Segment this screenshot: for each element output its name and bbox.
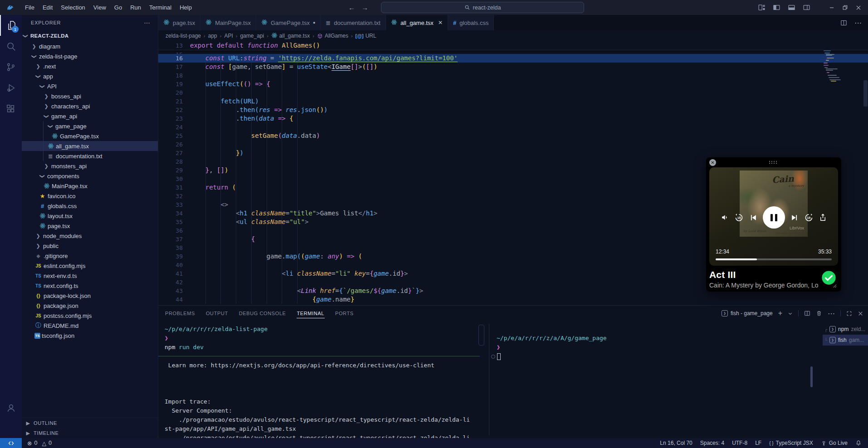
breadcrumb-item-app[interactable]: app xyxy=(208,33,217,39)
terminal-right[interactable]: ~/p/e/a/r/r/r/z/a/A/g/game_page❯ xyxy=(489,321,809,438)
tree-item-package-json[interactable]: {}package.json xyxy=(22,301,158,311)
breadcrumb-item-api[interactable]: API xyxy=(224,33,233,39)
tree-item-layout-tsx[interactable]: layout.tsx xyxy=(22,211,158,221)
panel-tab-terminal[interactable]: TERMINAL xyxy=(297,309,325,318)
code-line[interactable]: 18 xyxy=(158,71,868,80)
kill-terminal-icon[interactable] xyxy=(816,310,822,317)
breadcrumb-item-allgames[interactable]: AllGames xyxy=(317,33,348,39)
timeline-section[interactable]: ▶︎ TIMELINE xyxy=(22,428,158,438)
code-line[interactable]: 16 const URL:string = 'https://zelda.fan… xyxy=(158,54,868,63)
terminal-title[interactable]: ❯ fish - game_page xyxy=(722,310,773,317)
code-line[interactable]: 27 }) xyxy=(158,149,868,157)
code-line[interactable]: 15 xyxy=(158,50,868,54)
pause-button[interactable] xyxy=(763,206,785,229)
menu-help[interactable]: Help xyxy=(176,0,196,15)
menu-edit[interactable]: Edit xyxy=(39,0,57,15)
language-mode[interactable]: { } TypeScript JSX xyxy=(769,440,813,446)
pip-close-icon[interactable]: ✕ xyxy=(709,159,716,166)
maximize-panel-icon[interactable] xyxy=(846,311,852,317)
breadcrumb-item-all-game-tsx[interactable]: all_game.tsx xyxy=(271,32,310,40)
source-control-activity-icon[interactable] xyxy=(0,57,22,78)
run-debug-activity-icon[interactable] xyxy=(0,78,22,98)
toggle-sidebar-icon[interactable] xyxy=(773,4,780,11)
panel-tab-problems[interactable]: PROBLEMS xyxy=(165,309,195,318)
code-line[interactable]: 19 useEffect(() => { xyxy=(158,80,868,88)
tree-item-all-game-tsx[interactable]: all_game.tsx xyxy=(22,141,158,151)
code-line[interactable]: 26 xyxy=(158,140,868,149)
panel-tab-ports[interactable]: PORTS xyxy=(335,309,354,318)
drag-handle-icon[interactable] xyxy=(769,161,778,165)
menu-terminal[interactable]: Terminal xyxy=(145,0,176,15)
tree-item-readme-md[interactable]: ⓘREADME.md xyxy=(22,321,158,331)
rewind-15-icon[interactable]: 15 xyxy=(734,213,744,222)
tree-item-page-tsx[interactable]: page.tsx xyxy=(22,221,158,231)
tree-item-gamepage-tsx[interactable]: GamePage.tsx xyxy=(22,131,158,141)
terminal-list-item-npm[interactable]: ┌❯npmzeld... xyxy=(823,324,868,335)
tree-item-bosses-api[interactable]: ❯bosses_api xyxy=(22,91,158,101)
account-icon[interactable] xyxy=(0,397,22,418)
search-activity-icon[interactable] xyxy=(0,36,22,57)
tree-item-zelda-list-page[interactable]: ❯zelda-list-page xyxy=(22,51,158,61)
eol-sequence[interactable]: LF xyxy=(755,440,761,446)
encoding[interactable]: UTF-8 xyxy=(732,440,747,446)
toggle-secondary-sidebar-icon[interactable] xyxy=(803,4,810,11)
tree-root-react-zelda[interactable]: ❯REACT-ZELDA xyxy=(22,30,158,41)
tab-mainpage-tsx[interactable]: MainPage.tsx xyxy=(200,15,256,30)
forward-15-icon[interactable]: 15 xyxy=(804,213,814,222)
tree-item-mainpage-tsx[interactable]: MainPage.tsx xyxy=(22,181,158,191)
close-tab-icon[interactable]: ✕ xyxy=(438,19,443,26)
tree-item-public[interactable]: ❯public xyxy=(22,241,158,251)
split-terminal-icon[interactable] xyxy=(804,310,810,317)
terminal-list-item-fish[interactable]: └❯fishgam... xyxy=(823,335,868,346)
tree-item-favicon-ico[interactable]: ★favicon.ico xyxy=(22,191,158,201)
tree-item-app[interactable]: ❯app xyxy=(22,71,158,81)
previous-track-icon[interactable] xyxy=(749,213,758,222)
split-editor-icon[interactable] xyxy=(840,19,847,26)
remote-indicator[interactable] xyxy=(0,438,22,448)
progress-bar[interactable] xyxy=(716,258,832,260)
editor-more-actions-icon[interactable]: ⋯ xyxy=(854,19,862,27)
toggle-panel-icon[interactable] xyxy=(788,4,795,11)
tree-item-next-config-ts[interactable]: TSnext.config.ts xyxy=(22,281,158,291)
tree-item-documentation-txt[interactable]: ≣documentation.txt xyxy=(22,151,158,161)
code-line[interactable]: 20 xyxy=(158,88,868,97)
code-line[interactable]: 25 setGame(data.data) xyxy=(158,131,868,140)
terminal-dropdown-icon[interactable] xyxy=(788,311,793,316)
tree-item-diagram[interactable]: ❯diagram xyxy=(22,41,158,51)
tab-globals-css[interactable]: #globals.css xyxy=(448,15,494,30)
close-button[interactable] xyxy=(855,5,862,11)
go-live[interactable]: Go Live xyxy=(821,440,848,446)
tree-item-monsters-api[interactable]: ❯monsters_api xyxy=(22,161,158,171)
terminal-left-scrollbar[interactable] xyxy=(478,325,484,346)
extensions-activity-icon[interactable] xyxy=(0,98,22,119)
resize-handle-icon[interactable] xyxy=(832,283,837,288)
breadcrumb-item-game-api[interactable]: game_api xyxy=(240,33,264,39)
tree-item-components[interactable]: ❯components xyxy=(22,171,158,181)
editor-scrollbar[interactable] xyxy=(863,80,868,107)
back-arrow-icon[interactable]: ← xyxy=(348,4,355,11)
breadcrumb-item-zelda-list-page[interactable]: zelda-list-page xyxy=(166,33,201,39)
tree-item-globals-css[interactable]: #globals.css xyxy=(22,201,158,211)
code-line[interactable]: 23 .then(data => { xyxy=(158,114,868,123)
indentation[interactable]: Spaces: 4 xyxy=(700,440,724,446)
code-line[interactable]: 21 fetch(URL) xyxy=(158,97,868,106)
tab-documentation-txt[interactable]: ≣documentation.txt xyxy=(321,15,386,30)
tree-item--gitignore[interactable]: ◆.gitignore xyxy=(22,251,158,261)
customize-layout-icon[interactable] xyxy=(758,4,766,11)
command-center-search[interactable]: react-zelda xyxy=(381,2,584,13)
tab-gamepage-tsx[interactable]: GamePage.tsx● xyxy=(256,15,321,30)
terminal-left[interactable]: ~/p/e/a/r/r/r/zelda-list-page❯npm run de… xyxy=(158,321,489,438)
code-line[interactable]: 17 const [game, setGame] = useState<IGam… xyxy=(158,63,868,71)
explorer-more-actions-icon[interactable]: ⋯ xyxy=(144,19,151,26)
new-terminal-icon[interactable]: + xyxy=(778,309,782,317)
code-line[interactable]: 22 .then(res => res.json()) xyxy=(158,106,868,114)
panel-more-actions-icon[interactable]: ⋯ xyxy=(828,309,835,318)
menu-selection[interactable]: Selection xyxy=(57,0,89,15)
tree-item-api[interactable]: ❯API xyxy=(22,81,158,91)
tab-page-tsx[interactable]: page.tsx xyxy=(158,15,200,30)
menu-file[interactable]: File xyxy=(21,0,39,15)
problems-status[interactable]: ⊗ 0 △ 0 xyxy=(27,440,52,447)
restore-button[interactable] xyxy=(842,5,848,10)
code-line[interactable]: 13export default function AllGames() xyxy=(158,41,868,50)
tree-item-next-env-d-ts[interactable]: TSnext-env.d.ts xyxy=(22,271,158,281)
